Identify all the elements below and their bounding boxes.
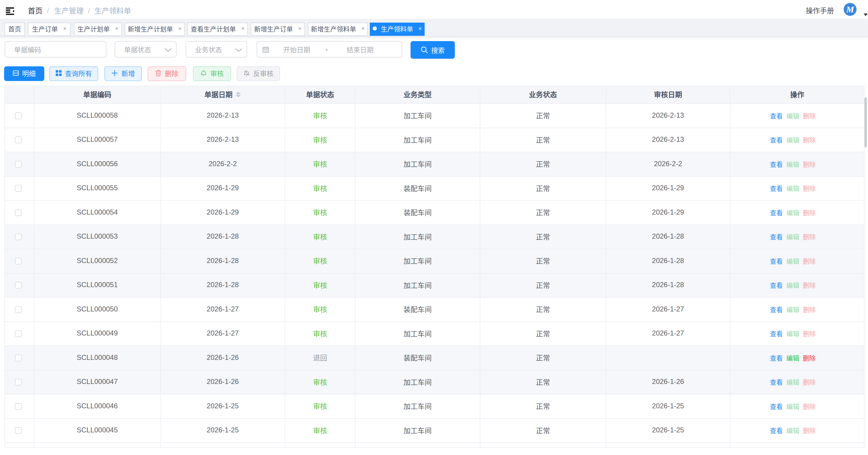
svg-text:M: M [846,4,855,14]
